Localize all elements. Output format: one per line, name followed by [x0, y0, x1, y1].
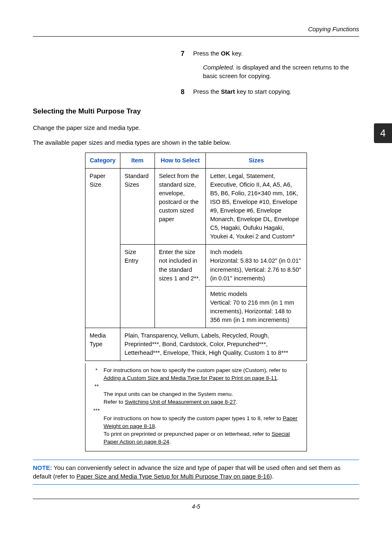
step-text: key. — [230, 50, 243, 57]
footnote-text: . — [169, 439, 171, 445]
col-category: Category — [85, 153, 120, 169]
step-text: Press the — [193, 50, 221, 57]
note-block: NOTE: You can conveniently select in adv… — [33, 460, 359, 485]
footnote-mark: *** — [90, 407, 104, 446]
note-label: NOTE: — [33, 464, 52, 471]
step-list: 7 Press the OK key. Completed. is displa… — [33, 49, 359, 97]
header: Copying Functions — [33, 25, 359, 37]
chapter-number: 4 — [380, 126, 385, 141]
col-howto: How to Select — [154, 153, 206, 169]
cell-howto: Select from the standard size, envelope,… — [154, 169, 206, 245]
footnote-mark: ** — [90, 383, 104, 406]
heading-multi-purpose-tray: Selecting the Multi Purpose Tray — [33, 106, 359, 117]
step-bold: OK — [221, 50, 231, 57]
table-row: Paper Size Standard Sizes Select from th… — [85, 169, 307, 245]
table-row: Media Type Plain, Transparency, Vellum, … — [85, 328, 307, 361]
footnote-text: . — [277, 375, 279, 381]
cell-howto: Enter the size not included in the stand… — [154, 245, 206, 328]
note-text: ). — [270, 473, 274, 480]
step-bold: Start — [221, 88, 235, 95]
cell-item: Size Entry — [120, 245, 154, 328]
footnote-1: * For instructions on how to specify the… — [90, 367, 302, 382]
note-link[interactable]: Paper Size and Media Type Setup for Mult… — [76, 473, 270, 480]
step-text: Press the — [193, 88, 221, 95]
footnote-link[interactable]: Switching Unit of Measurement on page 8-… — [125, 399, 236, 405]
cell-category: Paper Size — [85, 169, 120, 328]
step-8: 8 Press the Start key to start copying. — [181, 87, 359, 97]
step-text: key to start copying. — [235, 88, 292, 95]
footnote-link[interactable]: Adding a Custom Size and Media Type for … — [104, 375, 277, 381]
footnote-text: . — [236, 399, 238, 405]
footnote-text: For instructions on how to specify the c… — [104, 367, 287, 373]
footnote-mark: * — [90, 367, 104, 382]
specs-table: Category Item How to Select Sizes Paper … — [85, 153, 307, 361]
footnote-text: For instructions on how to specify the c… — [104, 415, 283, 421]
page-footer: 4-5 — [33, 499, 359, 511]
footnote-2: ** The input units can be changed in the… — [90, 383, 302, 406]
cell-sizes: Letter, Legal, Statement, Executive, Ofi… — [206, 169, 307, 245]
step-body: Press the OK key. Completed. is displaye… — [193, 49, 359, 81]
cell-media-body: Plain, Transparency, Vellum, Labels, Rec… — [120, 328, 307, 361]
footnote-3: *** For instructions on how to specify t… — [90, 407, 302, 446]
paragraph: The available paper sizes and media type… — [33, 138, 359, 147]
chapter-tab: 4 — [374, 123, 392, 143]
step-number: 8 — [181, 87, 193, 97]
page-number: 4-5 — [192, 503, 200, 510]
cell-sizes-metric: Metric models Vertical: 70 to 216 mm (in… — [206, 286, 307, 328]
step-italic: Completed. — [203, 64, 235, 71]
section-title: Copying Functions — [308, 25, 359, 34]
step-body: Press the Start key to start copying. — [193, 87, 359, 97]
step-number: 7 — [181, 49, 193, 81]
step-7: 7 Press the OK key. Completed. is displa… — [181, 49, 359, 81]
footnotes: * For instructions on how to specify the… — [85, 363, 307, 451]
cell-category: Media Type — [85, 328, 120, 361]
cell-item: Standard Sizes — [120, 169, 154, 245]
table-header-row: Category Item How to Select Sizes — [85, 153, 307, 169]
col-item: Item — [120, 153, 154, 169]
col-sizes: Sizes — [206, 153, 307, 169]
paragraph: Change the paper size and media type. — [33, 123, 359, 132]
cell-sizes-inch: Inch models Horizontal: 5.83 to 14.02" (… — [206, 245, 307, 286]
